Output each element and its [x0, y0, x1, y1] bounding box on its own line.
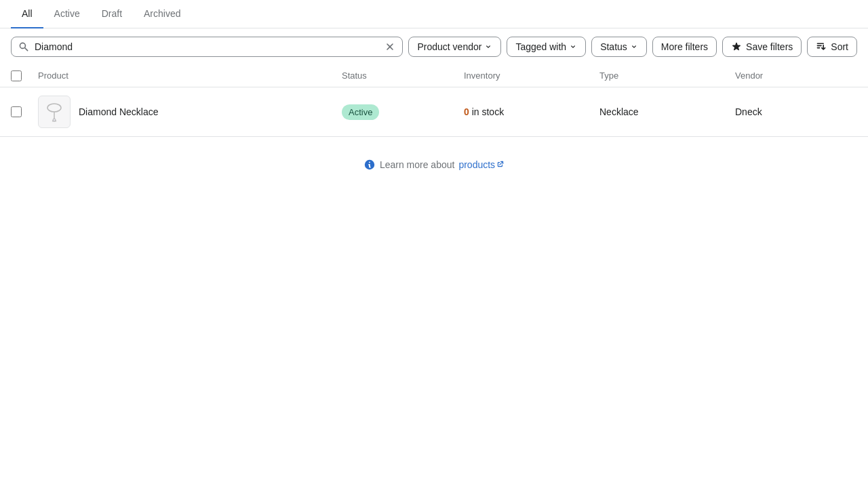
star-icon: [731, 41, 742, 52]
svg-point-0: [47, 104, 61, 112]
tab-all[interactable]: All: [11, 0, 43, 28]
tabs-bar: All Active Draft Archived: [0, 0, 868, 28]
column-status: Status: [342, 70, 464, 81]
vendor-cell: Dneck: [735, 106, 857, 117]
product-thumbnail: [38, 96, 71, 128]
column-product: Product: [38, 70, 342, 81]
more-filters-button[interactable]: More filters: [652, 37, 717, 57]
learn-more-text: Learn more about: [380, 159, 455, 170]
status-badge: Active: [342, 104, 379, 120]
inventory-label-text: in stock: [472, 106, 504, 117]
tagged-with-filter[interactable]: Tagged with: [507, 37, 586, 57]
table-header: Product Status Inventory Type Vendor: [0, 65, 868, 87]
tab-archived[interactable]: Archived: [133, 0, 191, 28]
inventory-count: 0: [464, 106, 469, 117]
footer-info: Learn more about products: [0, 137, 868, 192]
table-row[interactable]: Diamond Necklace Active 0 in stock Neckl…: [0, 87, 868, 137]
tab-draft[interactable]: Draft: [91, 0, 133, 28]
select-all-checkbox[interactable]: [11, 70, 22, 81]
search-container: [11, 37, 403, 57]
status-filter[interactable]: Status: [591, 37, 647, 57]
inventory-cell: 0 in stock: [464, 106, 599, 117]
status-cell: Active: [342, 104, 464, 120]
necklace-image: [42, 100, 66, 124]
toolbar: Product vendor Tagged with Status More f…: [0, 28, 868, 65]
products-table: Product Status Inventory Type Vendor: [0, 65, 868, 137]
type-cell: Necklace: [599, 106, 735, 117]
external-link-icon: [496, 160, 505, 168]
sort-button[interactable]: Sort: [807, 37, 857, 57]
column-inventory: Inventory: [464, 70, 599, 81]
tab-active[interactable]: Active: [43, 0, 91, 28]
column-vendor: Vendor: [735, 70, 857, 81]
products-link[interactable]: products: [458, 159, 505, 170]
row-checkbox-col: [11, 106, 38, 117]
clear-search-button[interactable]: [384, 41, 395, 52]
product-name: Diamond Necklace: [79, 106, 159, 117]
product-cell: Diamond Necklace: [38, 96, 342, 128]
sort-icon: [816, 41, 827, 52]
header-checkbox-col: [11, 70, 38, 81]
search-icon: [18, 41, 29, 52]
search-input[interactable]: [35, 41, 379, 52]
product-vendor-filter[interactable]: Product vendor: [408, 37, 501, 57]
row-checkbox[interactable]: [11, 106, 22, 117]
column-type: Type: [599, 70, 735, 81]
svg-point-3: [53, 119, 56, 121]
info-icon: [363, 159, 376, 171]
save-filters-button[interactable]: Save filters: [722, 37, 802, 57]
